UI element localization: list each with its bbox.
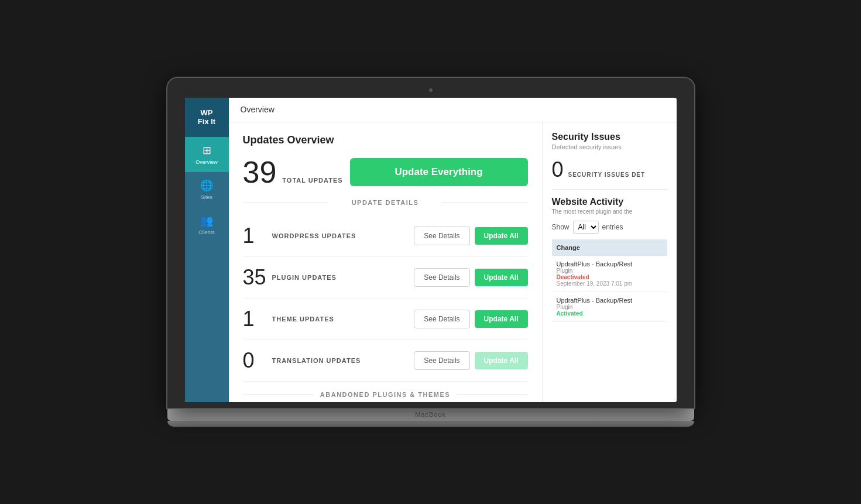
- activity-date-1: September 19, 2023 7:01 pm: [557, 280, 663, 287]
- activity-cell-1: UpdraftPlus - Backup/Rest Plugin Deactiv…: [552, 256, 667, 292]
- list-item: UpdraftPlus - Backup/Rest Plugin Deactiv…: [552, 256, 667, 292]
- activity-table-header: Change: [552, 239, 667, 256]
- entries-label: entries: [602, 223, 623, 231]
- security-title: Security Issues: [552, 132, 667, 142]
- activity-section: Website Activity The most recent plugin …: [552, 197, 667, 322]
- sites-icon: 🌐: [200, 179, 213, 192]
- clients-icon: 👥: [200, 214, 213, 227]
- wp-count: 1: [243, 224, 272, 248]
- wp-actions: See Details Update All: [414, 227, 527, 245]
- activity-cell-2: UpdraftPlus - Backup/Rest Plugin Activat…: [552, 292, 667, 321]
- update-details-label: UPDATE DETAILS: [243, 199, 528, 206]
- wp-update-all-button[interactable]: Update All: [475, 227, 528, 245]
- security-section: Security Issues Detected security issues…: [552, 132, 667, 182]
- table-row: 35 PLUGIN UPDATES See Details Update All: [243, 257, 528, 299]
- show-label: Show: [552, 223, 570, 231]
- theme-see-details-button[interactable]: See Details: [414, 310, 469, 328]
- activity-type-1: Plugin: [557, 268, 663, 274]
- wp-see-details-button[interactable]: See Details: [414, 227, 469, 245]
- total-label: TOTAL UPDATES: [282, 177, 342, 184]
- translation-update-all-button[interactable]: Update All: [475, 352, 528, 369]
- total-updates-block: 39 TOTAL UPDATES: [243, 157, 343, 187]
- plugin-see-details-button[interactable]: See Details: [414, 268, 469, 287]
- translation-actions: See Details Update All: [414, 351, 527, 370]
- translation-count: 0: [243, 348, 272, 373]
- theme-update-all-button[interactable]: Update All: [475, 310, 528, 328]
- security-number: 0: [552, 157, 564, 182]
- main-area: Overview Updates Overview 39 TOTAL UPDAT…: [229, 98, 677, 402]
- plugin-label: PLUGIN UPDATES: [272, 274, 414, 281]
- content-area: Updates Overview 39 TOTAL UPDATES Update…: [229, 122, 677, 402]
- entries-select[interactable]: All 10 25 50: [573, 221, 599, 234]
- wp-label: WORDPRESS UPDATES: [272, 232, 414, 239]
- logo-text: WP Fix It: [198, 108, 215, 126]
- sidebar-item-clients[interactable]: 👥 Clients: [185, 207, 229, 242]
- activity-table: Change UpdraftPlus - Backup/Rest Plugin …: [552, 239, 667, 322]
- plugin-update-all-button[interactable]: Update All: [475, 269, 528, 286]
- updates-header: 39 TOTAL UPDATES Update Everything: [243, 157, 528, 187]
- security-label: SECURITY ISSUES DET: [568, 172, 646, 178]
- list-item: UpdraftPlus - Backup/Rest Plugin Activat…: [552, 292, 667, 321]
- laptop-foot: [167, 421, 694, 427]
- laptop-brand: MacBook: [415, 411, 446, 418]
- sidebar-item-overview[interactable]: ⊞ Overview: [185, 137, 229, 172]
- abandoned-section-label: ABANDONED PLUGINS & THEMES: [243, 391, 528, 398]
- activity-subtitle: The most recent plugin and the: [552, 208, 667, 215]
- right-panel: Security Issues Detected security issues…: [542, 122, 677, 402]
- activity-title: Website Activity: [552, 197, 667, 207]
- table-row: 0 TRANSLATION UPDATES See Details Update…: [243, 340, 528, 382]
- table-row: 1 THEME UPDATES See Details Update All: [243, 299, 528, 340]
- screen-bezel: WP Fix It ⊞ Overview 🌐 Sites 👥 Clients: [167, 78, 694, 408]
- top-bar-title: Overview: [241, 105, 275, 114]
- show-entries-row: Show All 10 25 50 entries: [552, 221, 667, 234]
- sidebar-label-overview: Overview: [195, 159, 218, 165]
- activity-status-2: Activated: [557, 310, 663, 317]
- screen: WP Fix It ⊞ Overview 🌐 Sites 👥 Clients: [185, 98, 677, 402]
- plugin-count: 35: [243, 265, 272, 290]
- plugin-name-2: UpdraftPlus - Backup/Rest: [557, 297, 663, 304]
- security-subtitle: Detected security issues: [552, 143, 667, 150]
- plugin-name-1: UpdraftPlus - Backup/Rest: [557, 260, 663, 268]
- translation-see-details-button[interactable]: See Details: [414, 351, 469, 370]
- main-panel: Updates Overview 39 TOTAL UPDATES Update…: [229, 122, 542, 402]
- theme-actions: See Details Update All: [414, 310, 527, 328]
- theme-count: 1: [243, 307, 272, 331]
- laptop-base: MacBook: [167, 408, 694, 421]
- camera: [429, 88, 433, 92]
- laptop-container: WP Fix It ⊞ Overview 🌐 Sites 👥 Clients: [167, 78, 694, 427]
- security-count-row: 0 SECURITY ISSUES DET: [552, 157, 667, 182]
- total-number: 39: [243, 157, 277, 187]
- activity-status-1: Deactivated: [557, 274, 663, 280]
- sidebar-item-sites[interactable]: 🌐 Sites: [185, 172, 229, 207]
- plugin-actions: See Details Update All: [414, 268, 527, 287]
- sidebar: WP Fix It ⊞ Overview 🌐 Sites 👥 Clients: [185, 98, 229, 402]
- sidebar-logo: WP Fix It: [185, 98, 229, 137]
- theme-label: THEME UPDATES: [272, 316, 414, 323]
- sidebar-label-clients: Clients: [198, 229, 215, 235]
- top-bar: Overview: [229, 98, 677, 122]
- sidebar-label-sites: Sites: [201, 194, 212, 200]
- overview-icon: ⊞: [203, 144, 211, 157]
- update-everything-button[interactable]: Update Everything: [350, 158, 528, 186]
- table-row: 1 WORDPRESS UPDATES See Details Update A…: [243, 215, 528, 257]
- translation-label: TRANSLATION UPDATES: [272, 357, 414, 364]
- page-title: Updates Overview: [243, 134, 528, 146]
- activity-type-2: Plugin: [557, 304, 663, 310]
- right-divider: [552, 189, 667, 190]
